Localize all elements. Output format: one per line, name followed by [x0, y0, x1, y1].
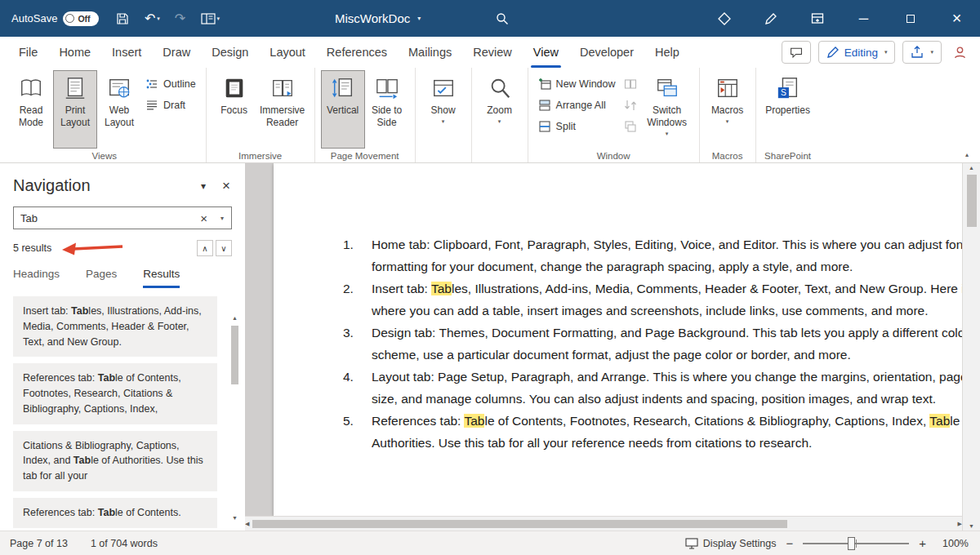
share-button[interactable]: ▾: [902, 41, 942, 64]
print-layout-button[interactable]: Print Layout: [53, 70, 97, 149]
scroll-up-icon[interactable]: ▲: [969, 163, 974, 172]
tab-review[interactable]: Review: [462, 37, 523, 68]
web-layout-button[interactable]: Web Layout: [97, 70, 141, 149]
synchronous-scrolling-icon[interactable]: [620, 95, 641, 114]
outline-button[interactable]: Outline: [141, 74, 200, 93]
tab-references[interactable]: References: [316, 37, 398, 68]
tab-results[interactable]: Results: [143, 268, 180, 288]
list-number: 4.: [343, 366, 372, 410]
list-item: 3. Design tab: Themes, Document Formatti…: [343, 322, 962, 366]
display-settings-label: Display Settings: [703, 538, 777, 549]
svg-text:S: S: [780, 88, 786, 97]
scrollbar-thumb[interactable]: [252, 520, 787, 528]
scrollbar-thumb[interactable]: [231, 326, 238, 384]
document-title[interactable]: MiscWorkDoc ▾: [335, 0, 421, 37]
display-settings-button[interactable]: Display Settings: [685, 537, 777, 550]
side-to-side-button[interactable]: Side to Side: [365, 70, 409, 149]
redo-button[interactable]: ↷: [167, 0, 192, 37]
tab-design[interactable]: Design: [201, 37, 259, 68]
show-button[interactable]: Show ▾: [421, 70, 466, 149]
collapse-ribbon-icon[interactable]: ▴: [965, 151, 969, 158]
navigation-search-input[interactable]: [14, 212, 194, 224]
new-window-button[interactable]: New Window: [534, 74, 620, 93]
pen-icon[interactable]: [747, 0, 794, 37]
document-page[interactable]: 1. Home tab: Clipboard, Font, Paragraph,…: [274, 163, 962, 516]
minimize-button[interactable]: ─: [840, 0, 887, 37]
reset-window-position-icon[interactable]: [620, 117, 641, 135]
diamond-icon[interactable]: [701, 0, 747, 37]
tab-headings[interactable]: Headings: [13, 268, 60, 288]
vertical-scrollbar[interactable]: ▲ ▼: [962, 163, 980, 531]
view-side-by-side-icon[interactable]: [620, 74, 641, 93]
search-clear-icon[interactable]: ×: [194, 211, 213, 225]
ribbon-display-options-icon[interactable]: [794, 0, 840, 37]
close-button[interactable]: ×: [933, 0, 980, 37]
presence-person-icon[interactable]: [949, 41, 970, 64]
scrollbar-thumb[interactable]: [967, 175, 977, 227]
comments-button[interactable]: [782, 41, 811, 64]
comment-icon: [790, 46, 803, 59]
split-label: Split: [556, 121, 576, 132]
navigation-close-icon[interactable]: ×: [222, 179, 230, 193]
undo-button[interactable]: ↶▾: [136, 0, 167, 37]
tab-file[interactable]: File: [8, 37, 48, 68]
macros-button[interactable]: Macros ▾: [706, 70, 750, 149]
tab-pages[interactable]: Pages: [86, 268, 117, 288]
page-indicator[interactable]: Page 7 of 13: [10, 538, 68, 549]
focus-icon: [222, 76, 247, 100]
maximize-button[interactable]: [887, 0, 933, 37]
focus-button[interactable]: Focus: [212, 70, 256, 149]
tab-insert[interactable]: Insert: [101, 37, 152, 68]
tab-view[interactable]: View: [523, 37, 569, 68]
scroll-down-icon[interactable]: ▼: [232, 513, 238, 522]
tab-draw[interactable]: Draw: [152, 37, 201, 68]
search-result-item[interactable]: References tab: Table of Contents.: [13, 498, 217, 528]
search-result-item[interactable]: Insert tab: Tables, Illustrations, Add-i…: [13, 296, 217, 357]
vertical-button[interactable]: Vertical: [321, 70, 365, 149]
vertical-label: Vertical: [327, 104, 359, 117]
properties-button[interactable]: S Properties: [762, 70, 814, 149]
navigation-header: Navigation ▾ ×: [13, 176, 230, 195]
tab-developer[interactable]: Developer: [569, 37, 644, 68]
navigation-scrollbar[interactable]: ▲ ▼: [229, 313, 241, 522]
split-button[interactable]: Split: [534, 117, 620, 135]
save-button[interactable]: [109, 0, 136, 37]
quick-access-toolbar-button[interactable]: ▾: [192, 0, 228, 37]
autosave-control[interactable]: AutoSave Off: [11, 11, 99, 26]
tab-home[interactable]: Home: [48, 37, 101, 68]
search-icon[interactable]: [488, 0, 516, 37]
draft-button[interactable]: Draft: [141, 95, 200, 114]
zoom-slider[interactable]: [803, 543, 909, 544]
read-mode-button[interactable]: Read Mode: [9, 70, 53, 149]
switch-windows-button[interactable]: Switch Windows ▾: [641, 70, 693, 149]
immersive-reader-button[interactable]: Immersive Reader: [256, 70, 309, 149]
arrange-all-button[interactable]: Arrange All: [534, 95, 620, 114]
scroll-up-icon[interactable]: ▲: [232, 313, 238, 322]
group-label-immersive: Immersive: [207, 151, 314, 161]
zoom-slider-thumb[interactable]: [848, 537, 855, 550]
word-count[interactable]: 1 of 704 words: [91, 538, 158, 549]
zoom-in-button[interactable]: +: [919, 537, 926, 549]
tab-help[interactable]: Help: [644, 37, 690, 68]
tab-layout[interactable]: Layout: [259, 37, 316, 68]
search-result-item[interactable]: References tab: Table of Contents, Footn…: [13, 363, 217, 424]
next-result-button[interactable]: ∨: [216, 240, 232, 256]
search-options-chevron-icon[interactable]: ▾: [213, 215, 231, 222]
editing-mode-button[interactable]: Editing ▾: [818, 41, 896, 64]
search-result-item[interactable]: Citations & Bibliography, Captions, Inde…: [13, 431, 217, 491]
scroll-left-icon[interactable]: ◀: [245, 519, 249, 529]
zoom-out-button[interactable]: −: [786, 537, 793, 549]
autosave-toggle[interactable]: Off: [63, 11, 99, 26]
navigation-options-chevron-icon[interactable]: ▾: [201, 180, 206, 192]
zoom-percentage[interactable]: 100%: [936, 538, 969, 549]
list-number: 2.: [343, 278, 372, 322]
tab-mailings[interactable]: Mailings: [398, 37, 462, 68]
scroll-down-icon[interactable]: ▼: [969, 522, 974, 531]
horizontal-scrollbar[interactable]: ◀ ▶: [245, 516, 962, 531]
show-label: Show: [431, 104, 456, 117]
views-small-stack: Outline Draft: [141, 74, 200, 114]
zoom-button[interactable]: Zoom ▾: [478, 70, 522, 149]
zoom-slider-tick: [856, 539, 857, 548]
previous-result-button[interactable]: ∧: [197, 240, 213, 256]
scroll-right-icon[interactable]: ▶: [958, 519, 962, 529]
